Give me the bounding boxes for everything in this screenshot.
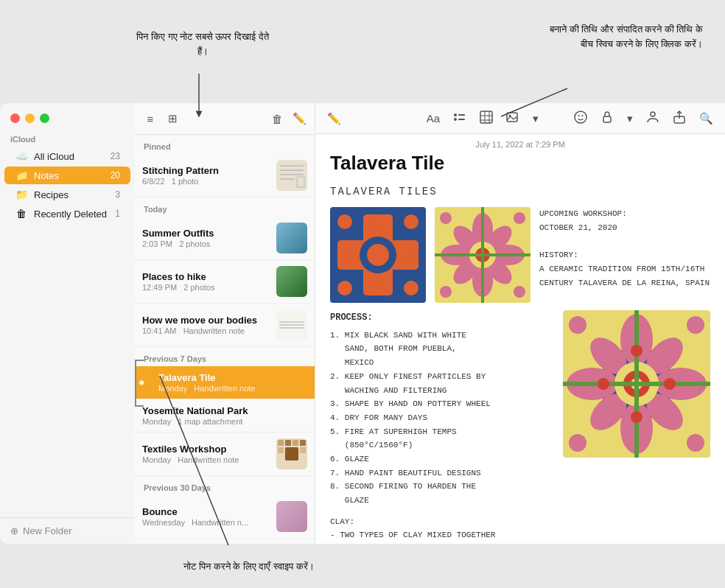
svg-point-79 [687,316,704,334]
svg-point-83 [631,411,642,423]
note-text-textiles: Textiles Workshop Monday Handwritten not… [142,444,270,464]
svg-rect-29 [603,116,611,122]
note-item-textiles[interactable]: Textiles Workshop Monday Handwritten not… [135,433,315,476]
note-item-bodies[interactable]: How we move our bodies 10:41 AM Handwrit… [135,304,315,347]
note-item-hiking[interactable]: Places to hike 12:49 PM 2 photos [135,260,315,304]
sidebar-item-label: Recipes [34,189,109,200]
note-meta: 10:41 AM Handwritten note [142,326,270,335]
svg-point-15 [454,113,457,116]
note-item-yosemite[interactable]: Yosemite National Park Monday 1 map atta… [135,399,315,433]
compose-button[interactable]: ✏️ [291,111,307,127]
svg-point-60 [514,212,525,224]
process-title: PROCESS: [330,310,553,325]
svg-point-61 [440,286,452,298]
compose-icon[interactable]: ✏️ [324,111,344,127]
svg-point-78 [569,316,586,334]
list-view-button[interactable]: ≡ [142,111,158,127]
note-title: Talavera Tile [158,372,307,383]
prev30-section-header: Previous 30 Days [135,476,315,495]
folder-icon: 📁 [15,169,28,181]
main-scroll-area[interactable]: Talavera Tile TALAVERA TILES [315,152,725,544]
main-toolbar: ✏️ Aa ▾ ▾ 🔍 [315,103,725,134]
svg-point-30 [651,112,655,116]
note-title: Stitching Pattern [142,165,270,176]
note-item-stitching[interactable]: Stitching Pattern 6/8/22 1 photo [135,154,315,197]
new-folder-button[interactable]: ⊕ New Folder [10,525,125,536]
svg-point-37 [337,214,352,229]
note-thumb-bounce [276,501,307,532]
sidebar-item-count: 3 [115,189,120,200]
sidebar-bottom: ⊕ New Folder [0,517,135,544]
talavera-tile-image-2 [435,207,530,303]
plus-icon: ⊕ [10,525,18,536]
sidebar-item-label: Notes [34,170,105,181]
svg-point-38 [404,214,418,229]
media-icon[interactable] [503,109,522,127]
share-person-icon[interactable] [643,109,662,127]
search-icon[interactable]: 🔍 [696,111,716,127]
sidebar: iCloud ☁️ All iCloud 23 📁 Notes 20 📁 Rec… [0,103,135,544]
maximize-button[interactable] [40,113,49,123]
pinned-section-header: Pinned [135,135,315,154]
close-button[interactable] [10,113,20,123]
svg-point-39 [337,281,352,295]
note-title: Summer Outfits [142,228,270,239]
note-thumb-bodies [276,309,307,340]
svg-point-80 [569,434,586,452]
clay-text: CLAY: - TWO TYPES OF CLAY MIXED TOGETHER… [330,515,710,544]
sidebar-item-all-icloud[interactable]: ☁️ All iCloud 23 [4,147,130,165]
svg-point-84 [598,378,609,390]
svg-point-81 [687,434,704,452]
svg-point-44 [407,249,418,261]
note-title: Places to hike [142,271,270,282]
right-text-block: UPCOMING WORKSHOP: OCTOBER 21, 2020 HIST… [539,207,710,303]
process-steps: 1. MIX BLACK SAND WITH WHITE SAND, BOTH … [330,329,553,508]
lock-icon[interactable] [598,109,617,127]
table-icon[interactable] [477,109,496,127]
note-title: Yosemite National Park [142,405,307,416]
prev7-section-header: Previous 7 Days [135,347,315,366]
note-thumb-summer [276,223,307,253]
note-meta: 2:03 PM 2 photos [142,239,270,248]
svg-point-17 [454,118,457,121]
note-meta: 6/8/22 1 photo [142,177,270,186]
svg-point-62 [514,286,525,298]
svg-point-85 [664,378,676,390]
note-text-stitching: Stitching Pattern 6/8/22 1 photo [142,165,270,186]
checklist-icon[interactable] [450,109,469,127]
grid-view-button[interactable]: ⊞ [164,111,181,127]
content-images-row: UPCOMING WORKSHOP: OCTOBER 21, 2020 HIST… [330,207,710,303]
note-meta: 12:49 PM 2 photos [142,283,270,292]
svg-rect-14 [300,447,306,453]
font-icon[interactable]: Aa [424,111,443,126]
note-item-bounce[interactable]: Bounce Wednesday Handwritten n... [135,495,315,539]
note-item-talavera[interactable]: ✱ Talavera Tile Monday Handwritten note [135,366,315,399]
minimize-button[interactable] [25,113,35,123]
svg-point-40 [404,281,418,295]
svg-point-36 [367,244,389,266]
sidebar-item-count: 23 [111,151,120,161]
sidebar-item-notes[interactable]: 📁 Notes 20 [4,167,130,184]
share-icon[interactable] [670,109,689,127]
note-meta: Wednesday Handwritten n... [142,518,270,527]
sidebar-item-recently-deleted[interactable]: 🗑 Recently Deleted 1 [4,205,130,223]
note-thumb-hiking [276,266,307,297]
chevron-down-icon[interactable]: ▾ [530,111,542,127]
process-text: PROCESS: 1. MIX BLACK SAND WITH WHITE SA… [330,310,553,507]
note-title: How we move our bodies [142,315,270,326]
sidebar-item-recipes[interactable]: 📁 Recipes 3 [4,186,130,203]
note-item-summer[interactable]: Summer Outfits 2:03 PM 2 photos [135,217,315,260]
clay-text-content: CLAY: - TWO TYPES OF CLAY MIXED TOGETHER… [330,515,710,544]
talavera-tile-image-1 [330,207,426,303]
svg-point-28 [582,115,584,116]
svg-rect-10 [293,440,298,446]
svg-rect-16 [458,114,465,116]
svg-rect-6 [298,178,304,186]
chevron-down-icon-2[interactable]: ▾ [624,111,636,127]
delete-button[interactable]: 🗑 [269,111,285,127]
main-content: ✏️ Aa ▾ ▾ 🔍 July 11, 2022 at 7:29 PM Tal [315,103,725,544]
emoji-icon[interactable] [571,109,590,127]
note-title: Bounce [142,506,270,517]
content-lower-row: PROCESS: 1. MIX BLACK SAND WITH WHITE SA… [330,310,710,507]
note-meta: Monday 1 map attachment [142,417,307,426]
